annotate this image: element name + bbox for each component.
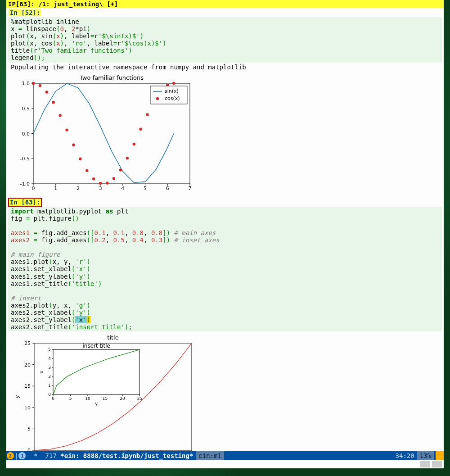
modeline-scroll-pct: 13% [417,451,434,460]
svg-text:25: 25 [24,340,31,346]
svg-text:y: y [14,395,20,399]
chart-title-with-inset: title0123450510152025xyinsert title05101… [13,334,444,462]
svg-text:1: 1 [54,186,57,191]
code-line: axes2 = fig.add_axes([0.2, 0.5, 0.4, 0.3… [11,236,220,244]
svg-text:15: 15 [103,396,108,401]
svg-text:10: 10 [85,396,90,401]
svg-text:0.0: 0.0 [22,131,30,136]
cell-prompt-52[interactable]: In [52]: [9,9,41,16]
svg-text:5: 5 [144,186,147,191]
svg-point-37 [92,177,95,180]
code-line: axes1.set_title('title') [11,280,102,287]
svg-text:3: 3 [48,366,51,370]
svg-point-38 [99,181,102,184]
svg-text:10: 10 [24,405,31,411]
modeline-cursor-pos: 34:20 [396,452,414,459]
svg-text:-1.0: -1.0 [20,181,30,187]
svg-text:0: 0 [32,186,35,191]
modeline-mid: * 717 [26,452,60,459]
code-line: axes2.set_xlabel('y') [11,309,90,316]
svg-text:3: 3 [99,186,102,191]
svg-point-29 [39,84,41,86]
svg-text:4: 4 [48,357,51,361]
svg-text:15: 15 [24,383,31,389]
modeline-badge-1: 2 [7,452,14,459]
code-line: fig = plt.figure() [11,215,79,222]
svg-point-28 [32,82,35,84]
svg-point-53 [156,97,159,100]
svg-text:5: 5 [27,426,31,432]
svg-point-31 [52,101,55,104]
svg-text:4: 4 [121,186,124,191]
svg-text:1: 1 [48,383,51,388]
notebook-area[interactable]: In [52]: %matplotlib inline x = linspace… [6,8,444,462]
svg-text:5: 5 [48,348,51,352]
modeline: 2|1 * 717 *ein: 8888/test.ipynb/just_tes… [6,451,444,460]
code-line: # main figure [11,251,60,258]
svg-text:title: title [107,334,118,341]
svg-point-42 [126,157,129,159]
svg-text:20: 20 [24,362,31,368]
svg-text:1.0: 1.0 [22,81,30,86]
svg-point-39 [106,181,108,184]
svg-text:-0.5: -0.5 [20,156,30,162]
modeline-buffer-name: *ein: 8888/test.ipynb/just_testing* [60,452,193,459]
code-line: plot(x, sin(x), label=r'$\sin(x)$') [11,32,144,40]
code-line: axes1.set_ylabel('y') [11,273,90,280]
svg-text:2: 2 [76,186,80,191]
window-titlebar: IP[63]: /1: just_testing\ [+] [6,0,444,8]
svg-point-30 [45,91,48,93]
cell-prompt-63[interactable]: In [63]: [9,199,41,206]
svg-text:cos(x): cos(x) [165,95,180,101]
editor-window: IP[63]: /1: just_testing\ [+] In [52]: %… [6,0,444,462]
svg-point-32 [58,114,61,117]
svg-point-49 [172,82,175,84]
svg-point-33 [65,128,68,131]
code-line: axes2.plot(y, x, 'g') [11,302,90,309]
svg-point-40 [112,177,115,180]
svg-text:5: 5 [69,396,72,401]
code-line: plot(x, cos(x), 'ro', label=r'$\cos(x)$'… [11,40,166,47]
svg-rect-83 [53,350,140,395]
code-line: axes2.set_ylabel('x') [11,316,90,323]
code-line: import matplotlib.pyplot as plt [11,208,128,215]
pad-icon [420,461,430,467]
cell-52-stdout: Populating the interactive namespace fro… [8,63,442,72]
code-line: axes2.set_title('insert title'); [11,323,132,331]
minibuffer[interactable] [6,460,444,468]
code-line: axes1 = fig.add_axes([0.1, 0.1, 0.8, 0.8… [11,229,216,236]
svg-text:Two familiar functions: Two familiar functions [79,74,144,81]
modeline-badge-2: 1 [18,452,26,459]
svg-text:6: 6 [166,186,169,191]
svg-point-45 [146,113,148,116]
svg-text:0.5: 0.5 [22,105,30,111]
svg-point-34 [72,143,75,146]
modeline-indicator [436,451,444,460]
modeline-major-mode: ein:ml [196,451,224,460]
code-line: legend(); [11,54,45,61]
pad-icon [432,461,442,467]
svg-point-43 [133,142,135,145]
code-line: title(r'Two familiar functions') [11,47,132,54]
code-cell-52[interactable]: %matplotlib inline x = linspace(0, 2*pi)… [8,17,442,63]
svg-text:sin(x): sin(x) [165,88,179,94]
svg-text:2: 2 [48,375,51,379]
svg-text:20: 20 [120,396,125,401]
svg-point-36 [86,169,88,172]
svg-text:0: 0 [48,392,51,397]
svg-point-41 [119,168,122,171]
svg-point-44 [139,127,142,130]
svg-text:25: 25 [137,396,142,401]
svg-text:y: y [95,401,98,406]
svg-text:7: 7 [189,186,192,191]
code-line: # insert [11,295,41,302]
code-line: axes1.set_xlabel('x') [11,265,90,272]
code-line: axes1.plot(x, y, 'r') [11,258,90,265]
code-cell-63[interactable]: import matplotlib.pyplot as plt fig = pl… [8,207,442,332]
code-line: %matplotlib inline [11,18,79,25]
svg-text:0: 0 [52,396,54,401]
code-line: x = linspace(0, 2*pi) [11,25,90,32]
svg-text:insert title: insert title [83,343,111,349]
svg-point-35 [79,157,81,160]
svg-text:x: x [39,371,44,373]
